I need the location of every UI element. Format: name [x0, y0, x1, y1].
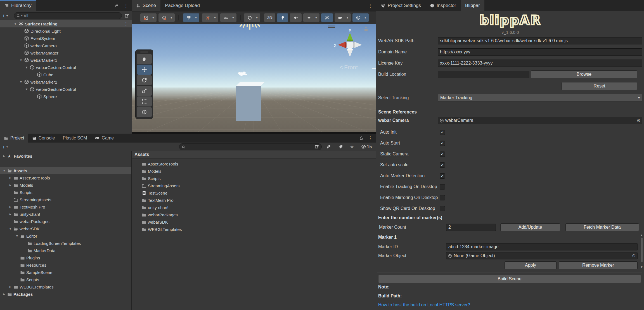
kebab-menu-icon[interactable]: ⋮	[368, 136, 373, 141]
sdk-path-field[interactable]: sdk/blippar-webar-sdk-v1.6.0/webar-sdk/w…	[438, 37, 642, 44]
caret-collapsed-icon[interactable]: ►	[7, 285, 13, 288]
object-picker-icon[interactable]: ⊙	[637, 118, 640, 123]
caret-expanded-icon[interactable]: ▼	[18, 58, 24, 62]
caret-collapsed-icon[interactable]: ►	[1, 292, 7, 296]
tab-package-upload[interactable]: Package Upload	[160, 0, 204, 11]
hidden-count-button[interactable]: 15	[359, 144, 374, 150]
scene-lighting-button[interactable]	[277, 13, 288, 22]
add-update-button[interactable]: Add/Update	[500, 223, 560, 231]
domain-field[interactable]: https://xxxx.yyy	[438, 48, 642, 56]
create-dropdown-icon[interactable]: ▾	[6, 14, 8, 17]
hierarchy-search-input[interactable]: ▾ All	[14, 12, 122, 19]
press-to-pick-icon[interactable]	[125, 13, 129, 18]
reset-button[interactable]: Reset	[562, 82, 637, 90]
build-location-field[interactable]	[438, 71, 529, 78]
tree-row[interactable]: StreamingAssets	[0, 196, 131, 203]
caret-expanded-icon[interactable]: ▼	[18, 80, 24, 84]
transform-tool-button[interactable]	[137, 107, 152, 117]
rotate-tool-button[interactable]	[137, 75, 152, 85]
lock-icon[interactable]	[359, 136, 363, 140]
caret-expanded-icon[interactable]: ▼	[1, 169, 7, 172]
front-view-label[interactable]: < Front	[340, 64, 358, 71]
list-item[interactable]: StreamingAssets	[132, 182, 376, 189]
caret-expanded-icon[interactable]: ▼	[12, 22, 18, 25]
enable-tracking-desktop-checkbox[interactable]	[440, 184, 445, 190]
caret-collapsed-icon[interactable]: ►	[7, 205, 13, 209]
fetch-marker-data-button[interactable]: Fetch Marker Data	[565, 223, 639, 231]
auto-init-checkbox[interactable]: ✓	[440, 130, 445, 135]
favorites-filter-button[interactable]: ★	[347, 144, 357, 150]
tab-inspector[interactable]: Inspector	[425, 0, 461, 11]
tree-row[interactable]: Scripts	[0, 189, 131, 196]
tool-handle-pivot-button[interactable]: ▾	[140, 13, 157, 22]
tracking-type-dropdown[interactable]: Marker Tracking ▾	[438, 94, 642, 102]
list-item[interactable]: AssetStoreTools	[132, 160, 376, 167]
tree-row[interactable]: ▼webarGestureControl	[0, 86, 132, 93]
create-asset-button[interactable]: +	[2, 144, 5, 150]
caret-expanded-icon[interactable]: ▼	[23, 87, 30, 91]
tab-scene[interactable]: Scene	[132, 0, 160, 11]
tree-row[interactable]: Plugins	[0, 254, 131, 261]
tab-plastic-scm[interactable]: Plastic SCM	[59, 134, 91, 143]
grid-snapping-button[interactable]: ▾	[183, 13, 199, 22]
scene-kebab-icon[interactable]: ⋮	[124, 22, 128, 26]
kebab-menu-icon[interactable]: ⋮	[368, 3, 373, 8]
effects-button[interactable]: ▾	[303, 13, 319, 22]
tree-row[interactable]: MarkerData	[0, 247, 131, 254]
press-to-pick-icon[interactable]	[315, 145, 319, 149]
apply-button[interactable]: Apply	[505, 261, 557, 269]
enable-mirroring-desktop-checkbox[interactable]	[440, 195, 445, 200]
tool-handle-rotation-button[interactable]: ▾	[158, 13, 175, 22]
tree-row[interactable]: webarManager	[0, 49, 132, 56]
tree-row[interactable]: Cube	[0, 71, 132, 78]
set-auto-scale-checkbox[interactable]: ✓	[440, 162, 445, 168]
scene-viewport[interactable]: y x < Front	[132, 24, 376, 134]
https-help-link[interactable]: How to host the build on Local HTTPS ser…	[378, 302, 470, 307]
list-item[interactable]: WEBGLTemplates	[132, 226, 376, 233]
build-scene-button[interactable]: Build Scene	[378, 275, 641, 283]
list-item[interactable]: webarPackages	[132, 211, 376, 218]
marker-object-field[interactable]: None (Game Object) ⊙	[446, 252, 638, 259]
tree-row[interactable]: ▼webarGestureControl	[0, 64, 132, 71]
tree-row[interactable]: ►WEBGLTemplates	[0, 283, 131, 290]
scrollbar-down-icon[interactable]: ▼	[640, 266, 643, 269]
scene-visibility-button[interactable]	[321, 13, 333, 22]
dock-drag-handle[interactable]	[136, 51, 152, 53]
tree-row[interactable]: webarPackages	[0, 218, 131, 225]
tree-row[interactable]: ►AssetStoreTools	[0, 174, 131, 181]
favorites-row[interactable]: ► ★ Favorites	[0, 152, 131, 160]
kebab-menu-icon[interactable]: ⋮	[124, 3, 128, 8]
search-by-label-button[interactable]	[336, 144, 345, 150]
auto-start-checkbox[interactable]: ✓	[440, 141, 445, 146]
browse-button[interactable]: Browse	[531, 70, 637, 78]
gizmos-button[interactable]: ▾	[352, 13, 369, 22]
create-dropdown-icon[interactable]: ▾	[6, 145, 8, 148]
tree-row[interactable]: SampleScene	[0, 269, 131, 276]
tree-row[interactable]: Directional Light	[0, 27, 132, 35]
draw-mode-button[interactable]: ▾	[244, 13, 260, 22]
tree-row[interactable]: ▼webarMarker1	[0, 56, 132, 64]
audio-mute-button[interactable]	[290, 13, 302, 22]
tree-row[interactable]: webarCamera	[0, 42, 132, 49]
tab-blippar[interactable]: Blippar	[461, 0, 484, 11]
tab-project[interactable]: Project	[0, 134, 28, 143]
caret-collapsed-icon[interactable]: ►	[1, 154, 7, 158]
measure-button[interactable]: ▾	[220, 13, 236, 22]
static-camera-checkbox[interactable]: ✓	[440, 152, 445, 157]
caret-expanded-icon[interactable]: ▼	[7, 227, 13, 230]
marker-id-field[interactable]: abcd-1234-marker-image	[446, 243, 638, 250]
tab-game[interactable]: Game	[91, 134, 118, 143]
scrollbar-up-icon[interactable]: ▲	[640, 234, 643, 237]
tab-project-settings[interactable]: Project Settings	[376, 0, 425, 11]
tree-row[interactable]: ▼Editor	[0, 232, 131, 240]
tree-row[interactable]: ▼webarMarker2	[0, 78, 132, 86]
scale-tool-button[interactable]	[137, 86, 152, 96]
tree-row[interactable]: ►TextMesh Pro	[0, 203, 131, 210]
tree-row[interactable]: Scripts	[0, 276, 131, 283]
tab-console[interactable]: Console	[28, 134, 59, 143]
move-tool-button[interactable]	[137, 65, 152, 75]
camera-settings-button[interactable]: ▾	[335, 13, 351, 22]
tree-row[interactable]: Sphere	[0, 93, 132, 100]
tree-row-packages[interactable]: ►Packages	[0, 290, 131, 298]
auto-marker-detection-checkbox[interactable]: ✓	[440, 173, 445, 179]
